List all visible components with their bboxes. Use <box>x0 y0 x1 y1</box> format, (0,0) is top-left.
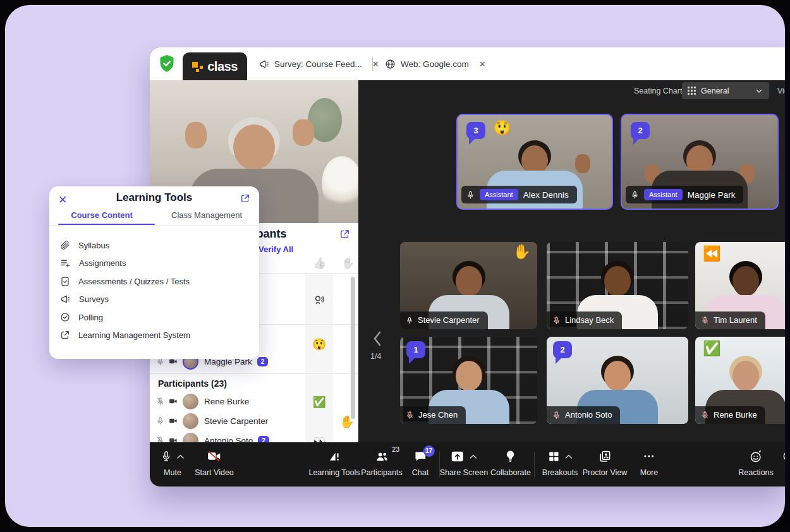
tab-class-home[interactable]: class <box>183 52 247 80</box>
video-tile-jese-chen[interactable]: 1 Jese Chen <box>400 337 537 424</box>
avatar <box>183 394 198 409</box>
bottom-toolbar: Mute Start Video Learning Tools 23 <box>150 442 785 487</box>
scrollbar[interactable] <box>351 277 355 419</box>
participants-icon: 23 <box>374 450 389 463</box>
menu-item-label: Syllabus <box>78 241 109 250</box>
globe-icon <box>385 59 396 70</box>
camera-icon[interactable] <box>168 416 178 425</box>
proctor-view-button[interactable]: Proctor View <box>583 449 628 477</box>
mic-muted-icon <box>701 411 709 420</box>
share-screen-button[interactable]: Share Screen <box>440 449 488 477</box>
participants-button[interactable]: 23 Participants <box>361 449 402 477</box>
check-emoji: ✅ <box>703 341 721 356</box>
assistant-badge: Assistant <box>644 189 683 200</box>
participant-name: Tim Laurent <box>714 315 757 325</box>
participant-name: Stevie Carpenter <box>204 416 268 426</box>
menu-item-label: Assessments / Quizzes / Tests <box>78 277 190 286</box>
participant-name: Alex Dennis <box>523 190 569 200</box>
collaborate-label: Collaborate <box>490 468 531 477</box>
more-button[interactable]: More <box>640 449 658 477</box>
chat-count-badge: 17 <box>423 445 435 457</box>
chevron-up-icon[interactable] <box>177 454 185 459</box>
menu-item-surveys[interactable]: Surveys <box>60 293 109 305</box>
menu-item-syllabus[interactable]: Syllabus <box>60 239 109 251</box>
mute-button[interactable]: Mute <box>161 449 185 477</box>
close-icon[interactable]: ✕ <box>372 59 379 69</box>
tile-name-bar: Antonio Soto <box>547 406 620 424</box>
start-video-button[interactable]: Start Video <box>195 449 234 477</box>
reactions-label: Reactions <box>738 468 774 477</box>
menu-item-assessments[interactable]: Assessments / Quizzes / Tests <box>60 275 190 287</box>
participants-label: Participants <box>361 468 402 477</box>
security-shield-icon <box>158 54 176 74</box>
chat-count-badge[interactable]: 1 <box>406 341 425 358</box>
chat-count-badge[interactable]: 3 <box>466 122 485 139</box>
speaking-icon <box>313 294 325 306</box>
raised-hand-icon[interactable]: ✋ <box>341 257 355 270</box>
menu-item-label: Surveys <box>79 294 109 304</box>
chat-count-badge[interactable]: 2 <box>553 341 572 358</box>
more-label: More <box>640 468 658 477</box>
video-tile-antonio-soto[interactable]: 2 Antonio Soto <box>547 337 688 424</box>
menu-item-label: Polling <box>78 313 103 322</box>
video-tile-maggie-park[interactable]: 2 Assistant Maggie Park <box>621 114 779 210</box>
screenshot-canvas: class Survey: Course Feed... ✕ Web: Goog… <box>0 0 790 532</box>
menu-item-label: Assignments <box>79 258 126 268</box>
assistant-badge: Assistant <box>480 189 518 200</box>
collaborate-button[interactable]: Collaborate <box>490 449 531 477</box>
verify-all-link[interactable]: Verify All <box>258 245 293 254</box>
chevron-up-icon[interactable] <box>565 454 573 459</box>
popout-icon[interactable] <box>339 229 350 239</box>
seating-chart-value: General <box>701 87 729 95</box>
tab-class-management[interactable]: Class Management <box>154 210 259 220</box>
chat-label: Chat <box>412 468 428 477</box>
tab-course-content[interactable]: Course Content <box>49 210 154 220</box>
camera-icon[interactable] <box>168 397 178 406</box>
menu-item-lms[interactable]: Learning Management System <box>60 329 190 341</box>
toolbar-separator <box>534 452 535 477</box>
class-logo-text: class <box>207 59 238 74</box>
menu-item-assignments[interactable]: Assignments <box>60 257 126 269</box>
check-circle-icon <box>60 312 70 322</box>
breakouts-button[interactable]: Breakouts <box>542 449 578 477</box>
tile-name-bar: Jese Chen <box>400 406 466 424</box>
tab-web[interactable]: Web: Google.com ✕ <box>385 47 486 80</box>
mic-on-icon[interactable] <box>156 416 164 426</box>
participant-name: Maggie Park <box>688 190 736 200</box>
video-tile-lindsay-beck[interactable]: Lindsay Beck <box>547 242 688 329</box>
video-tile-rene-burke[interactable]: ✅ Rene Burke <box>695 337 785 424</box>
participants-section-header: Participants (23) <box>158 378 227 389</box>
close-icon[interactable]: ✕ <box>479 59 486 69</box>
chat-button[interactable]: 17 Chat <box>412 449 428 477</box>
tile-name-bar: Lindsay Beck <box>547 311 622 329</box>
mute-label: Mute <box>164 468 181 477</box>
menu-item-polling[interactable]: Polling <box>60 311 103 323</box>
mic-muted-icon[interactable] <box>156 396 164 406</box>
surprised-emoji: 😲 <box>312 337 326 351</box>
video-tile-tim-laurent[interactable]: ⏪ Tim Laurent <box>695 242 785 329</box>
share-screen-label: Share Screen <box>440 468 488 477</box>
seating-chart-dropdown[interactable]: General <box>682 82 769 99</box>
video-tile-stevie-carpenter[interactable]: ✋ Stevie Carpenter <box>400 242 537 329</box>
popout-icon[interactable] <box>240 193 250 203</box>
chat-count-badge[interactable]: 2 <box>257 357 269 366</box>
tab-web-label: Web: Google.com <box>401 59 469 69</box>
participant-row-rene-burke[interactable]: Rene Burke <box>150 392 358 411</box>
participant-name: Rene Burke <box>204 397 249 406</box>
video-tile-alex-dennis[interactable]: 3 😲 Assistant Alex Dennis <box>456 114 613 210</box>
chat-count-badge[interactable]: 2 <box>631 122 650 139</box>
avatar <box>183 413 198 429</box>
chevron-up-icon[interactable] <box>470 454 477 459</box>
video-off-icon <box>207 450 222 462</box>
previous-page-chevron[interactable] <box>372 330 382 347</box>
participant-row-stevie-carpenter[interactable]: Stevie Carpenter <box>150 412 358 431</box>
breakouts-label: Breakouts <box>542 468 578 477</box>
learning-tools-button[interactable]: Learning Tools <box>308 449 360 477</box>
mic-on-icon <box>631 190 639 200</box>
thumbs-up-icon[interactable]: 👍 <box>313 257 326 270</box>
record-button[interactable]: R <box>782 449 785 477</box>
mic-icon <box>161 449 172 463</box>
tab-survey[interactable]: Survey: Course Feed... ✕ <box>258 47 379 80</box>
menu-item-label: Learning Management System <box>78 330 190 340</box>
reactions-button[interactable]: Reactions <box>738 449 774 477</box>
